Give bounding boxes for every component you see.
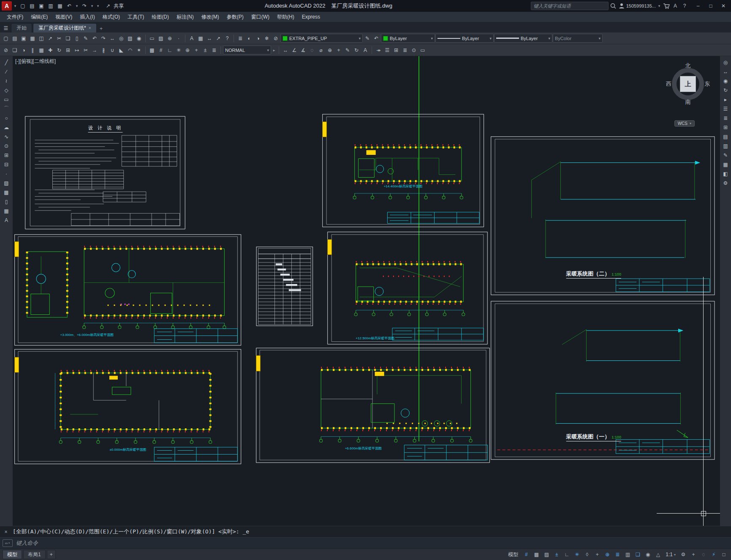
grid-icon[interactable]: #: [157, 46, 165, 54]
color-combo[interactable]: ByLayer ▾: [381, 34, 435, 43]
linetype-combo[interactable]: ByLayer ▾: [435, 34, 494, 43]
polyline-icon[interactable]: ≀: [2, 76, 11, 85]
raster-image-icon[interactable]: ▨: [157, 34, 165, 43]
undo-icon[interactable]: ↶: [65, 2, 73, 10]
compass-south[interactable]: 南: [685, 98, 691, 106]
polar-tracking-icon[interactable]: ✳: [572, 550, 582, 559]
menu-file[interactable]: 文件(F): [3, 13, 27, 22]
search-icon[interactable]: [609, 2, 617, 10]
undo-dropdown-icon[interactable]: ▾: [74, 2, 79, 10]
dim-style-icon[interactable]: A: [361, 46, 370, 54]
new-layout-button[interactable]: +: [47, 550, 56, 559]
extend-icon[interactable]: →: [90, 46, 99, 54]
command-customize-icon[interactable]: ▭▾: [3, 539, 13, 547]
scale-icon[interactable]: ⊞: [64, 46, 72, 54]
selection-cycling-icon[interactable]: ❏: [633, 550, 642, 559]
show-motion-icon[interactable]: ▸: [721, 95, 730, 104]
zoom-extents-icon[interactable]: ◉: [135, 34, 143, 43]
grid-display-icon[interactable]: #: [522, 550, 531, 559]
render-icon[interactable]: ▦: [721, 160, 730, 169]
account-dropdown-icon[interactable]: ▾: [657, 2, 662, 10]
redo-dropdown-icon[interactable]: ▾: [90, 2, 95, 10]
transparency-icon[interactable]: ▥: [623, 550, 632, 559]
layout1-tab[interactable]: 布局1: [23, 550, 46, 559]
polygon-icon[interactable]: ◇: [2, 86, 11, 95]
dynamic-input-icon[interactable]: ±: [201, 46, 209, 54]
point-icon[interactable]: ·: [2, 169, 11, 178]
rotate-icon[interactable]: ↻: [55, 46, 63, 54]
menu-edit[interactable]: 编辑(E): [27, 13, 51, 22]
dimension-icon[interactable]: ↔: [205, 34, 214, 43]
tab-close-icon[interactable]: ×: [89, 26, 91, 30]
dim-update-icon[interactable]: ↻: [352, 46, 361, 54]
minimize-button[interactable]: –: [692, 2, 704, 10]
zoom-realtime-icon[interactable]: ◎: [117, 34, 125, 43]
save-icon[interactable]: ▣: [37, 2, 46, 10]
dim-radius-icon[interactable]: ◌: [308, 46, 316, 54]
erase-icon[interactable]: ⊘: [2, 46, 10, 54]
layer-freeze-icon[interactable]: ❄: [263, 34, 271, 43]
workspace-gear-icon[interactable]: ⚙: [679, 550, 688, 559]
explode-icon[interactable]: ✶: [135, 46, 143, 54]
settings-gear-icon[interactable]: ⚙: [721, 179, 730, 187]
trim-icon[interactable]: ✂: [82, 46, 90, 54]
isodraft-icon[interactable]: ◊: [582, 550, 592, 559]
text-icon[interactable]: A: [188, 34, 196, 43]
menu-dimension[interactable]: 标注(N): [173, 13, 197, 22]
snap-icon[interactable]: ▩: [148, 46, 156, 54]
cut-icon[interactable]: ✂: [55, 34, 63, 43]
clean-screen-icon[interactable]: □: [719, 550, 728, 559]
isolate-objects-icon[interactable]: ◌: [699, 550, 708, 559]
revision-cloud-icon[interactable]: ☁: [2, 123, 11, 132]
center-mark-icon[interactable]: +: [334, 46, 343, 54]
text-style-combo[interactable]: NORMAL ▾: [223, 46, 271, 54]
dim-aligned-icon[interactable]: ∠: [290, 46, 299, 54]
menu-insert[interactable]: 插入(I): [76, 13, 98, 22]
menu-tools[interactable]: 工具(T): [124, 13, 147, 22]
mirror-icon[interactable]: ◑: [19, 46, 28, 54]
viewport-controls[interactable]: [-][俯视][二维线框]: [15, 58, 56, 65]
lineweight-combo[interactable]: ByLayer ▾: [494, 34, 552, 43]
stretch-icon[interactable]: ↦: [73, 46, 81, 54]
polar-icon[interactable]: ✳: [174, 46, 183, 54]
new-drawing-tab-button[interactable]: +: [98, 25, 105, 32]
zoom-icon[interactable]: ◉: [721, 76, 730, 85]
save-as-icon[interactable]: ▥: [46, 2, 55, 10]
layer-combo[interactable]: EXTRA_PIPE_UP ▾: [280, 34, 363, 43]
view-compass[interactable]: 北 南 西 东 上: [666, 62, 710, 106]
offset-icon[interactable]: ∥: [28, 46, 37, 54]
model-space-label[interactable]: 模型: [508, 551, 518, 558]
field-icon[interactable]: ▭: [148, 34, 156, 43]
orbit-icon[interactable]: ↻: [721, 86, 730, 95]
compass-east[interactable]: 东: [704, 80, 710, 88]
app-menu-arrow-icon[interactable]: ▾: [13, 2, 18, 10]
menu-window[interactable]: 窗口(W): [248, 13, 273, 22]
plot-preview-icon[interactable]: ◫: [37, 34, 46, 43]
wcs-selector[interactable]: WCS▾: [674, 120, 695, 127]
object-snap-icon[interactable]: ⊕: [603, 550, 612, 559]
help-icon[interactable]: ?: [680, 2, 689, 10]
dim-linear-icon[interactable]: ↔: [281, 46, 290, 54]
id-point-icon[interactable]: ⊙: [410, 46, 418, 54]
layer-previous-icon[interactable]: ↶: [372, 34, 380, 43]
model-tab[interactable]: 模型: [3, 550, 22, 559]
layers-palette-icon[interactable]: ≣: [721, 114, 730, 122]
account-id[interactable]: 1505999135...: [626, 3, 656, 8]
multiline-text-icon[interactable]: A: [2, 216, 11, 225]
snap-mode-icon[interactable]: ▩: [532, 550, 541, 559]
share-button[interactable]: ↗ 共享: [101, 2, 126, 10]
navigation-wheel-icon[interactable]: ◎: [721, 58, 730, 67]
pan-icon[interactable]: ↔: [108, 34, 117, 43]
redo-icon[interactable]: ↷: [80, 2, 89, 10]
blocks-palette-icon[interactable]: ⊞: [721, 123, 730, 132]
tab-document[interactable]: 某厂房采暖设计图纸* ×: [33, 23, 97, 32]
spline-icon[interactable]: ∿: [2, 132, 11, 141]
properties-icon[interactable]: ☰: [383, 46, 391, 54]
dim-edit-icon[interactable]: ✎: [343, 46, 352, 54]
paste-icon[interactable]: ▯: [73, 34, 81, 43]
annotation-visibility-icon[interactable]: ◉: [643, 550, 652, 559]
undo-icon[interactable]: ↶: [90, 34, 99, 43]
menu-help[interactable]: 帮助(H): [274, 13, 298, 22]
dim-diameter-icon[interactable]: ⌀: [317, 46, 325, 54]
ellipse-icon[interactable]: ⊙: [2, 141, 11, 150]
